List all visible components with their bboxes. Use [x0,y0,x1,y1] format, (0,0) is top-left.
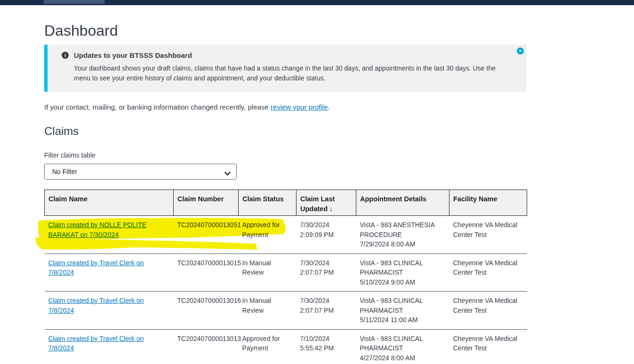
claim-number-cell: TC202407000013016 [174,292,239,330]
profile-note-text: If your contact, mailing, or banking inf… [44,103,271,111]
claim-number-cell: TC202407000013051 [174,216,239,254]
appointment-details-cell: VistA - 983 CLINICAL PHARMACIST 5/10/202… [356,253,449,292]
claim-name-cell: Claim created by Travel Clerk on 7/8/202… [45,329,174,364]
claim-updated-cell: 7/30/2024 2:07:07 PM [297,292,356,330]
column-header-claim-number: Claim Number [174,190,239,216]
claim-updated-cell: 7/30/2024 2:09:09 PM [297,216,356,254]
appointment-time: 4/27/2024 8:00 AM [360,353,446,363]
profile-note-period: . [328,103,330,111]
facility-name-cell: Cheyenne VA Medical Center Test [449,216,527,254]
appointment-time: 5/10/2024 9:00 AM [360,277,446,287]
appointment-details-cell: VistA - 983 ANESTHESIA PROCEDURE 7/29/20… [356,216,449,254]
facility-name-cell: Cheyenne VA Medical Center Test [449,329,527,364]
facility-name-cell: Cheyenne VA Medical Center Test [449,292,527,330]
claim-name-cell: Claim created by Travel Clerk on 7/8/202… [45,292,174,330]
appointment-name: VistA - 983 CLINICAL PHARMACIST [360,258,446,277]
column-header-claim-status: Claim Status [239,190,297,216]
table-row: Claim created by Travel Clerk on 7/8/202… [45,253,527,292]
chevron-down-icon [225,169,231,178]
active-nav-indicator [44,0,104,4]
filter-claims-label: Filter claims table [44,151,527,159]
claim-name-cell: Claim created by NOLLE POLITE BARAKAT on… [45,216,174,254]
claim-status-cell: In Manual Review [239,292,297,330]
claim-updated-cell: 7/10/2024 5:55:42 PM [297,329,356,364]
claims-table: Claim Name Claim Number Claim Status Cla… [44,190,527,364]
claims-table-container: Claim Name Claim Number Claim Status Cla… [44,190,527,364]
alert-title-row: i Updates to your BTSSS Dashboard [62,51,508,59]
column-header-claim-last-updated[interactable]: Claim Last Updated ↓ [297,190,356,216]
claim-number-cell: TC202407000013013 [174,329,239,364]
column-header-claim-name: Claim Name [45,190,174,216]
appointment-name: VistA - 983 CLINICAL PHARMACIST [360,296,446,315]
info-icon: i [62,52,69,59]
profile-note: If your contact, mailing, or banking inf… [44,103,527,112]
review-profile-link[interactable]: review your profile [271,103,328,111]
claim-updated-cell: 7/30/2024 2:07:07 PM [297,253,356,292]
close-icon[interactable]: ✕ [517,47,524,55]
appointment-time: 5/11/2024 11:00 AM [360,315,446,325]
claim-link[interactable]: Claim created by NOLLE POLITE BARAKAT on… [48,221,147,238]
dashboard-updates-alert: ✕ i Updates to your BTSSS Dashboard Your… [44,45,527,92]
top-navigation-bar [0,0,634,5]
appointment-details-cell: VistA - 983 CLINICAL PHARMACIST 5/11/202… [356,292,449,330]
claims-filter-select[interactable]: No Filter [44,164,237,180]
sort-descending-icon: ↓ [329,205,333,213]
claim-link[interactable]: Claim created by Travel Clerk on 7/8/202… [48,335,144,352]
column-header-appointment-details: Appointment Details [356,190,449,216]
claim-number-cell: TC202407000013015 [174,253,239,292]
appointment-name: VistA - 983 CLINICAL PHARMACIST [360,334,446,353]
claim-link[interactable]: Claim created by Travel Clerk on 7/8/202… [48,259,144,277]
claim-link[interactable]: Claim created by Travel Clerk on 7/8/202… [48,297,144,314]
page-title: Dashboard [44,21,527,40]
claim-status-cell: Approved for Payment [239,329,297,364]
claim-name-cell: Claim created by Travel Clerk on 7/8/202… [45,253,174,292]
claims-heading: Claims [44,124,527,138]
claim-status-cell: Approved for Payment [239,216,297,254]
table-row: Claim created by Travel Clerk on 7/8/202… [45,292,527,330]
alert-body-text: Your dashboard shows your draft claims, … [74,63,508,83]
facility-name-cell: Cheyenne VA Medical Center Test [449,253,527,292]
filter-selected-value: No Filter [52,168,77,175]
table-header-row: Claim Name Claim Number Claim Status Cla… [45,190,527,216]
appointment-time: 7/29/2024 8:00 AM [360,239,446,249]
table-row: Claim created by NOLLE POLITE BARAKAT on… [45,216,527,254]
claim-status-cell: In Manual Review [239,253,297,292]
appointment-details-cell: VistA - 983 CLINICAL PHARMACIST 4/27/202… [356,329,449,364]
appointment-name: VistA - 983 ANESTHESIA PROCEDURE [360,220,446,239]
dashboard-page: Dashboard ✕ i Updates to your BTSSS Dash… [44,5,527,364]
alert-title: Updates to your BTSSS Dashboard [74,51,192,59]
table-row: Claim created by Travel Clerk on 7/8/202… [45,329,527,364]
column-header-facility-name: Facility Name [449,190,527,216]
